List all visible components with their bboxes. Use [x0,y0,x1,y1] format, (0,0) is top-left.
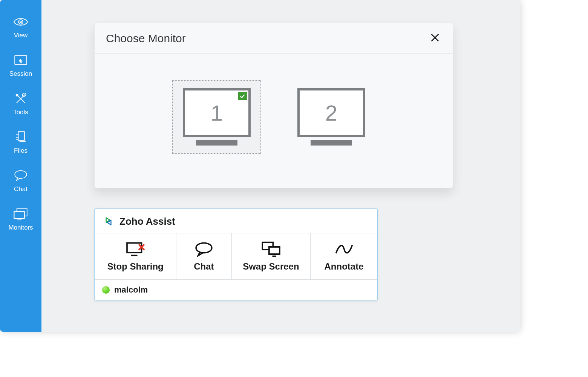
user-row: malcolm [95,280,377,300]
eye-icon [13,15,28,29]
files-icon [13,130,28,144]
sidebar-item-view[interactable]: View [0,15,41,39]
monitor-graphic: 1 [183,88,251,146]
monitor-option-1[interactable]: 1 [172,80,261,154]
annotate-button[interactable]: Annotate [311,233,377,279]
svg-point-3 [22,92,27,97]
presence-indicator-icon [102,286,110,294]
tools-icon [13,92,28,106]
swap-screen-icon [260,241,282,257]
monitor-screen: 2 [297,88,365,137]
assist-toolbar: Zoho Assist Stop Sharing Chat [94,208,378,300]
zoho-assist-logo-icon [102,215,115,228]
sidebar-item-session[interactable]: Session [0,54,41,78]
panel-body: 1 2 [95,54,453,188]
username: malcolm [114,285,148,295]
svg-rect-6 [14,211,24,219]
main-area: Choose Monitor 1 [41,0,520,332]
button-label: Chat [194,261,214,272]
sidebar-item-files[interactable]: Files [0,130,41,155]
monitor-stand [196,140,237,146]
selected-check-icon [238,92,247,100]
sidebar-item-chat[interactable]: Chat [0,169,41,193]
sidebar-item-label: View [14,32,28,39]
app-window: View Session Tools Files Chat [0,0,520,332]
button-label: Stop Sharing [107,261,163,272]
sidebar-item-monitors[interactable]: Monitors [0,207,41,231]
panel-title: Choose Monitor [106,32,186,45]
close-button[interactable] [429,32,441,45]
sidebar-item-label: Tools [13,109,28,116]
monitor-number: 2 [325,100,337,126]
sidebar-item-label: Files [14,147,28,155]
chat-bubble-icon [193,241,214,257]
svg-point-1 [20,21,21,23]
sidebar-item-label: Session [9,70,32,78]
monitor-number: 1 [211,100,223,126]
chat-icon [13,169,28,182]
monitors-icon [13,207,28,221]
toolbar-title: Zoho Assist [119,216,175,227]
monitor-option-2[interactable]: 2 [288,81,375,153]
svg-point-0 [18,20,23,24]
monitor-screen: 1 [183,88,251,137]
monitor-stand [311,140,352,146]
sidebar-item-label: Chat [14,185,28,193]
close-icon [430,33,440,44]
stop-sharing-icon [125,241,146,257]
chat-button[interactable]: Chat [176,233,232,279]
svg-point-4 [15,171,27,179]
monitor-graphic: 2 [297,88,365,146]
toolbar-buttons: Stop Sharing Chat Swap Screen [95,233,377,280]
panel-header: Choose Monitor [95,23,453,54]
sidebar-item-tools[interactable]: Tools [0,92,41,116]
toolbar-header: Zoho Assist [95,209,377,233]
svg-rect-17 [269,247,280,254]
stop-sharing-button[interactable]: Stop Sharing [95,233,176,279]
svg-point-15 [196,243,212,253]
button-label: Annotate [325,261,364,272]
sidebar-item-label: Monitors [8,224,33,231]
monitor-pointer-icon [13,54,28,67]
choose-monitor-panel: Choose Monitor 1 [94,23,453,188]
button-label: Swap Screen [243,261,299,272]
annotate-icon [334,241,355,257]
sidebar: View Session Tools Files Chat [0,0,41,332]
swap-screen-button[interactable]: Swap Screen [232,233,311,279]
